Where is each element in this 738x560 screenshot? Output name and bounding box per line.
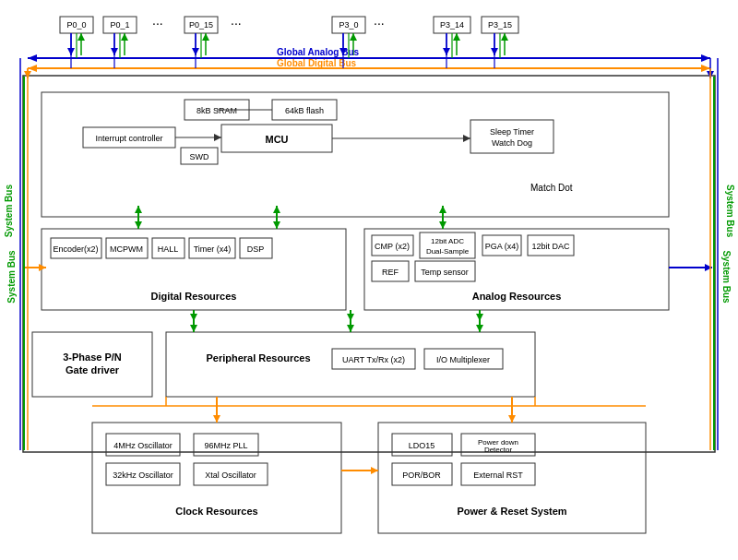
svg-marker-49 (701, 54, 710, 62)
svg-text:Sleep Timer: Sleep Timer (490, 127, 534, 137)
svg-rect-13 (184, 17, 218, 33)
svg-text:Gate driver: Gate driver (65, 364, 120, 375)
svg-text:···: ··· (231, 16, 242, 30)
svg-text:System Bus: System Bus (6, 250, 17, 304)
svg-text:Peripheral Resources: Peripheral Resources (206, 352, 310, 363)
svg-rect-65 (181, 148, 218, 164)
svg-marker-36 (339, 48, 347, 55)
svg-text:LDO15: LDO15 (409, 441, 435, 450)
svg-rect-6 (92, 423, 341, 533)
svg-text:Temp sensor: Temp sensor (421, 268, 469, 277)
svg-text:Timer (x4): Timer (x4) (194, 244, 232, 254)
svg-marker-32 (192, 48, 199, 55)
svg-text:8kB SRAM: 8kB SRAM (196, 106, 237, 115)
svg-text:P0_0: P0_0 (66, 20, 86, 30)
svg-rect-74 (51, 238, 101, 258)
svg-rect-7 (378, 423, 646, 533)
svg-rect-2 (42, 229, 346, 310)
svg-text:P3_14: P3_14 (440, 20, 464, 30)
svg-marker-102 (705, 264, 712, 271)
svg-text:Xtal Oscillator: Xtal Oscillator (205, 471, 256, 480)
svg-marker-108 (273, 221, 280, 229)
svg-marker-126 (476, 314, 483, 321)
svg-text:Power & Reset System: Power & Reset System (457, 506, 566, 517)
diagram-svg: P0_0 P0_1 ··· P0_15 ··· P3_0 ··· P3_14 P… (0, 0, 738, 560)
svg-rect-61 (221, 125, 332, 152)
svg-text:Power down: Power down (478, 438, 518, 447)
svg-rect-57 (184, 100, 249, 120)
svg-rect-3 (364, 229, 669, 310)
svg-marker-166 (24, 71, 31, 78)
svg-rect-80 (189, 238, 235, 258)
svg-text:4MHz Oscillator: 4MHz Oscillator (113, 441, 173, 450)
svg-text:MCPWM: MCPWM (110, 244, 143, 254)
svg-text:UART Tx/Rx (x2): UART Tx/Rx (x2) (342, 355, 405, 364)
svg-rect-4 (32, 332, 152, 397)
svg-rect-89 (420, 232, 475, 258)
svg-marker-110 (273, 206, 280, 213)
svg-text:External RST: External RST (473, 471, 523, 480)
svg-text:64kB flash: 64kB flash (285, 106, 324, 115)
diagram-container: P0_0 P0_1 ··· P0_15 ··· P3_0 ··· P3_14 P… (0, 0, 738, 560)
svg-rect-10 (103, 17, 137, 33)
svg-marker-46 (501, 33, 508, 41)
svg-rect-146 (194, 463, 268, 485)
svg-text:Digital Resources: Digital Resources (151, 291, 237, 302)
svg-text:96MHz PLL: 96MHz PLL (204, 441, 247, 450)
svg-text:···: ··· (152, 16, 163, 30)
svg-text:Dual-Sample: Dual-Sample (426, 247, 470, 256)
svg-text:3-Phase P/N: 3-Phase P/N (63, 351, 122, 363)
svg-text:Interrupt controller: Interrupt controller (95, 134, 162, 143)
svg-rect-19 (434, 17, 470, 33)
svg-text:CMP (x2): CMP (x2) (375, 242, 410, 251)
svg-rect-130 (332, 349, 415, 369)
svg-rect-144 (106, 463, 180, 485)
svg-text:P0_15: P0_15 (189, 20, 213, 30)
svg-marker-135 (213, 415, 220, 423)
svg-marker-122 (347, 314, 354, 321)
svg-marker-42 (453, 33, 460, 41)
svg-text:···: ··· (374, 16, 385, 30)
svg-rect-154 (392, 463, 452, 485)
system-bus-label-right: System Bus (725, 185, 735, 237)
svg-text:Analog Resources: Analog Resources (472, 291, 562, 302)
svg-marker-120 (347, 325, 354, 332)
svg-text:SWD: SWD (190, 152, 209, 161)
svg-rect-98 (415, 261, 475, 281)
svg-text:P3_0: P3_0 (339, 20, 358, 30)
svg-rect-67 (470, 120, 554, 153)
svg-text:Global Analog Bus: Global Analog Bus (277, 47, 360, 57)
svg-text:HALL: HALL (158, 244, 179, 254)
svg-marker-86 (39, 264, 46, 271)
svg-rect-132 (424, 349, 503, 369)
svg-marker-28 (111, 48, 118, 55)
svg-text:I/O Multiplexer: I/O Multiplexer (436, 355, 490, 364)
svg-rect-140 (106, 434, 180, 456)
svg-text:32kHz Oscillator: 32kHz Oscillator (113, 471, 173, 480)
svg-text:Match Dot: Match Dot (530, 183, 573, 193)
svg-marker-124 (476, 325, 483, 332)
svg-marker-40 (443, 48, 450, 55)
svg-rect-96 (372, 261, 409, 281)
svg-rect-63 (83, 127, 175, 148)
svg-marker-118 (190, 314, 197, 321)
svg-text:Clock Resources: Clock Resources (175, 506, 257, 517)
svg-text:REF: REF (382, 268, 399, 277)
svg-marker-44 (491, 48, 498, 55)
svg-marker-106 (135, 206, 142, 213)
svg-marker-137 (508, 415, 516, 423)
svg-marker-52 (701, 65, 710, 72)
svg-rect-92 (482, 235, 521, 256)
svg-text:MCU: MCU (265, 134, 288, 145)
svg-marker-51 (28, 65, 37, 72)
svg-rect-16 (332, 17, 365, 33)
svg-marker-48 (28, 54, 37, 62)
svg-text:POR/BOR: POR/BOR (402, 471, 441, 480)
svg-text:DSP: DSP (247, 244, 265, 254)
svg-rect-149 (392, 434, 452, 456)
system-bus-label-left: System Bus (4, 185, 14, 237)
svg-rect-94 (528, 235, 574, 256)
svg-marker-24 (67, 48, 75, 55)
svg-marker-73 (463, 135, 470, 142)
svg-text:Encoder(x2): Encoder(x2) (53, 244, 98, 254)
